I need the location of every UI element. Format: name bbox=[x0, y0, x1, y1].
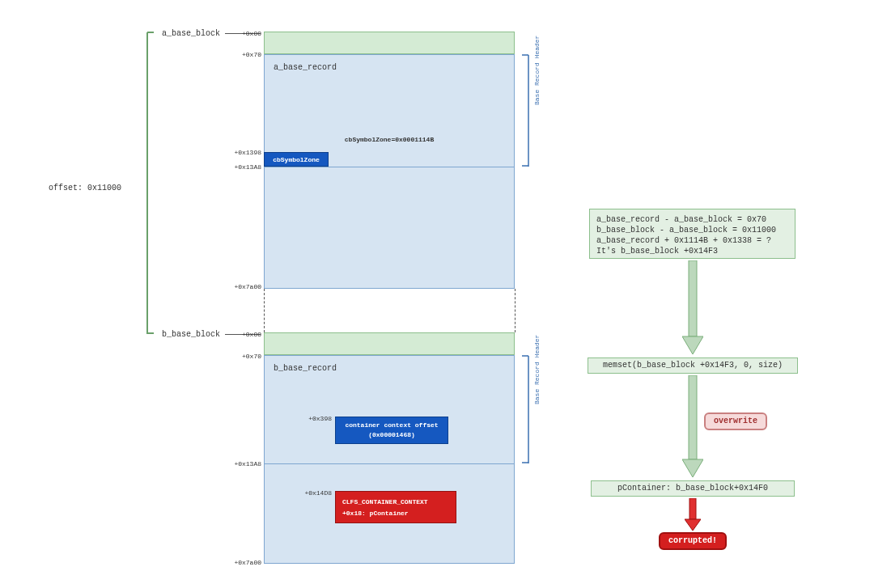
svg-marker-14 bbox=[685, 519, 701, 531]
svg-rect-13 bbox=[689, 498, 696, 519]
a-off-70: +0x70 bbox=[237, 51, 261, 58]
offset-label: offset: 0x11000 bbox=[49, 184, 121, 192]
a-block-header bbox=[264, 32, 515, 54]
ctx-off-line2: (0x00001468) bbox=[336, 430, 448, 440]
a-off-7a00: +0x7a00 bbox=[231, 283, 261, 290]
block-a-title: a_base_block bbox=[162, 29, 220, 38]
container-context-offset-box: container context offset (0x00001468) bbox=[335, 417, 448, 444]
svg-marker-10 bbox=[682, 336, 703, 354]
calc-line-2: a_base_record + 0x1114B + 0x1338 = ? bbox=[596, 235, 788, 246]
a-off-1398: +0x1398 bbox=[231, 149, 261, 156]
pcontainer-text: pContainer: b_base_block+0x14F0 bbox=[617, 484, 768, 493]
a-off-13a8: +0x13A8 bbox=[231, 163, 261, 171]
b-div-13a8 bbox=[264, 463, 515, 464]
offset-span-bracket bbox=[140, 32, 155, 334]
clfs-container-context-box: CLFS_CONTAINER_CONTEXT +0x18: pContainer bbox=[335, 491, 456, 523]
gap-left-dash bbox=[264, 289, 265, 332]
arrow-pcontainer-corrupted bbox=[685, 498, 701, 532]
gap-right-dash bbox=[515, 289, 515, 332]
b-block-header bbox=[264, 332, 515, 355]
b-off-13a8: +0x13A8 bbox=[231, 460, 261, 467]
a-record-body bbox=[264, 54, 515, 289]
memset-box: memset(b_base_block +0x14F3, 0, size) bbox=[588, 357, 798, 374]
ctx-off-line1: container context offset bbox=[336, 421, 448, 430]
calc-line-3: It's b_base_block +0x14F3 bbox=[596, 246, 788, 256]
svg-rect-9 bbox=[689, 260, 697, 336]
a-record-title: a_base_record bbox=[274, 63, 337, 72]
calc-line-1: b_base_block - a_base_block = 0x11000 bbox=[596, 225, 788, 235]
cbsymbolzone-text: cbSymbolZone=0x0001114B bbox=[264, 136, 515, 143]
corrupted-box: corrupted! bbox=[659, 532, 727, 550]
block-b-title: b_base_block bbox=[162, 330, 220, 339]
memset-text: memset(b_base_block +0x14F3, 0, size) bbox=[603, 361, 783, 370]
b-record-body bbox=[264, 355, 515, 564]
a-brace-label: Base Record Header bbox=[533, 36, 541, 105]
svg-rect-11 bbox=[689, 375, 697, 459]
b-record-title: b_base_record bbox=[274, 364, 337, 373]
clfs-line2: +0x18: pContainer bbox=[342, 508, 449, 519]
b-off-398: +0x398 bbox=[303, 415, 332, 422]
overwrite-box: overwrite bbox=[704, 412, 767, 430]
calc-box: a_base_record - a_base_block = 0x70 b_ba… bbox=[589, 209, 796, 259]
pcontainer-box: pContainer: b_base_block+0x14F0 bbox=[591, 480, 795, 497]
overwrite-text: overwrite bbox=[714, 417, 757, 425]
calc-line-0: a_base_record - a_base_block = 0x70 bbox=[596, 214, 788, 225]
arrow-calc-memset bbox=[682, 260, 703, 356]
svg-marker-12 bbox=[682, 459, 703, 477]
a-off-00: +0x00 bbox=[237, 30, 261, 37]
b-off-14d8: +0x14D8 bbox=[300, 489, 332, 497]
b-brace-label: Base Record Header bbox=[533, 335, 541, 404]
a-div-13a8 bbox=[264, 167, 515, 167]
corrupted-text: corrupted! bbox=[668, 536, 717, 545]
b-off-70: +0x70 bbox=[237, 353, 261, 360]
b-off-7a00: +0x7a00 bbox=[231, 559, 261, 566]
cbsymbolzone-field: cbSymbolZone bbox=[264, 152, 329, 167]
arrow-memset-pcontainer bbox=[682, 375, 703, 479]
clfs-line1: CLFS_CONTAINER_CONTEXT bbox=[342, 497, 449, 508]
b-off-00: +0x00 bbox=[237, 331, 261, 338]
